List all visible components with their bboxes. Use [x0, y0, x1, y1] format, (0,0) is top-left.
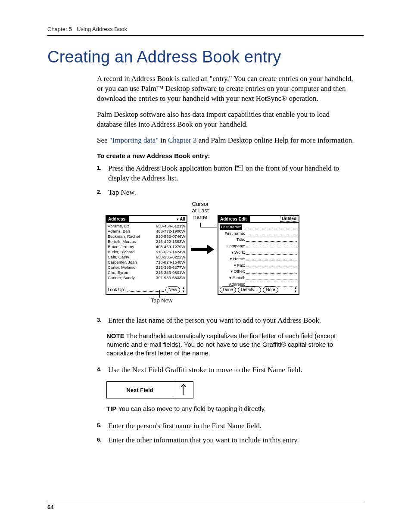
list-item[interactable]: Chu, Byron213-343-9801W — [108, 270, 185, 275]
scroll-indicator[interactable]: ▲▼ — [182, 286, 185, 293]
field-first-name: First name: — [220, 231, 245, 236]
category-selector[interactable]: ▼All — [174, 216, 187, 222]
step-6: Enter the other information that you wan… — [97, 436, 355, 445]
link-chapter-3[interactable]: Chapter 3 — [168, 136, 197, 144]
category-selector[interactable]: Unfiled — [280, 216, 298, 222]
callout-cursor: Cursorat Lastname — [187, 201, 213, 221]
screen-title: Address Edit — [218, 216, 250, 222]
list-item[interactable]: Butler, Richard516-626-1424W — [108, 249, 185, 255]
leader-line-h — [200, 227, 217, 227]
procedure-heading: To create a new Address Book entry: — [97, 152, 355, 160]
header-rule — [47, 35, 364, 36]
address-book-icon — [235, 165, 243, 171]
field-title: Title: — [220, 237, 245, 243]
list-item[interactable]: Beckman, Rachel510-532-0746W — [108, 234, 185, 239]
list-item[interactable]: Adams, Ben408-772-1900W — [108, 229, 185, 234]
note-label: NOTE — [106, 332, 125, 339]
input-other[interactable] — [246, 270, 297, 274]
note-button[interactable]: Note — [263, 286, 278, 293]
input-address[interactable] — [246, 283, 297, 286]
arrow-icon — [191, 246, 214, 253]
link-importing-data[interactable]: "Importing data" — [109, 136, 159, 144]
tip-block: TIP You can also move to any field by ta… — [106, 404, 355, 413]
input-work[interactable] — [246, 251, 297, 255]
chapter-title: Using Address Book — [77, 26, 127, 32]
list-item[interactable]: Cain, Cathy650-235-6222W — [108, 255, 185, 260]
input-title[interactable] — [246, 238, 297, 242]
intro-p2: Palm Desktop software also has data impo… — [97, 110, 355, 130]
input-company[interactable] — [246, 244, 297, 248]
graffiti-stroke-icon — [182, 385, 184, 395]
list-item[interactable]: Carpenter, Joan718-824-1548W — [108, 260, 185, 265]
palm-screen-address-edit: Address Edit Unfiled Last name: First na… — [218, 215, 299, 295]
field-email[interactable]: ▼E-mail: — [220, 275, 245, 281]
field-company: Company: — [220, 243, 245, 249]
intro-p3: See "Importing data" in Chapter 3 and Pa… — [97, 136, 355, 146]
palm-screen-address-list: Address ▼All Abrams, Liz650-454-6121WAda… — [106, 215, 187, 295]
input-first-name[interactable] — [246, 231, 297, 235]
list-item[interactable]: Carter, Melanie212-395-6277W — [108, 265, 185, 270]
new-button[interactable]: New — [165, 286, 180, 293]
trademark-symbol: ™ — [156, 84, 164, 93]
input-fax[interactable] — [246, 263, 297, 267]
field-last-name[interactable]: Last name: — [220, 224, 242, 230]
step-5: Enter the person's first name in the Fir… — [97, 421, 355, 431]
list-item[interactable]: Bruce, Jeremy408-459-1279W — [108, 244, 185, 249]
scroll-indicator[interactable]: ▲▼ — [294, 286, 297, 293]
list-item[interactable]: Conner, Sandy301-933-6833W — [108, 275, 185, 280]
list-item[interactable]: Bertolli, Marcus213-422-1363W — [108, 239, 185, 244]
address-list[interactable]: Abrams, Liz650-454-6121WAdams, Ben408-77… — [106, 223, 187, 281]
done-button[interactable]: Done — [220, 286, 236, 293]
input-home[interactable] — [246, 257, 297, 261]
step-2: Tap New. — [97, 188, 355, 198]
lookup-input[interactable] — [127, 288, 164, 292]
page-title: Creating an Address Book entry — [47, 48, 364, 66]
field-other[interactable]: ▼Other: — [220, 269, 245, 274]
tip-label: TIP — [106, 405, 116, 412]
step-1: Press the Address Book application butto… — [97, 164, 355, 184]
leader-line — [200, 223, 201, 227]
page-footer: 64 — [47, 502, 364, 510]
note-block: NOTE The handheld automatically capitali… — [106, 332, 355, 358]
next-field-stroke-box: Next Field — [106, 381, 193, 398]
leader-tap-new — [159, 290, 160, 298]
input-last-name[interactable] — [243, 225, 297, 229]
field-work[interactable]: ▼Work: — [220, 250, 245, 255]
step-3: Enter the last name of the person you wa… — [97, 316, 355, 326]
next-field-label: Next Field — [107, 382, 173, 398]
page-number: 64 — [47, 502, 364, 510]
list-item[interactable]: Abrams, Liz650-454-6121W — [108, 224, 185, 229]
screen-title: Address — [106, 216, 129, 222]
callout-tap-new: Tap New — [144, 298, 179, 304]
chapter-label: Chapter 5 — [47, 26, 72, 32]
field-home[interactable]: ▼Home: — [220, 256, 245, 262]
field-fax[interactable]: ▼Fax: — [220, 263, 245, 268]
input-email[interactable] — [246, 276, 297, 280]
lookup-label: Look Up: — [108, 287, 125, 293]
registered-symbol: ® — [281, 341, 286, 348]
figure-address-screens: Cursorat Lastname Address ▼All Abrams, L… — [97, 205, 355, 308]
running-header: Chapter 5 Using Address Book — [47, 26, 364, 35]
registered-symbol: ® — [281, 94, 287, 103]
details-button[interactable]: Details… — [238, 286, 262, 293]
step-4: Use the Next Field Graffiti stroke to mo… — [97, 365, 355, 375]
intro-p1: A record in Address Book is called an "e… — [97, 74, 355, 104]
